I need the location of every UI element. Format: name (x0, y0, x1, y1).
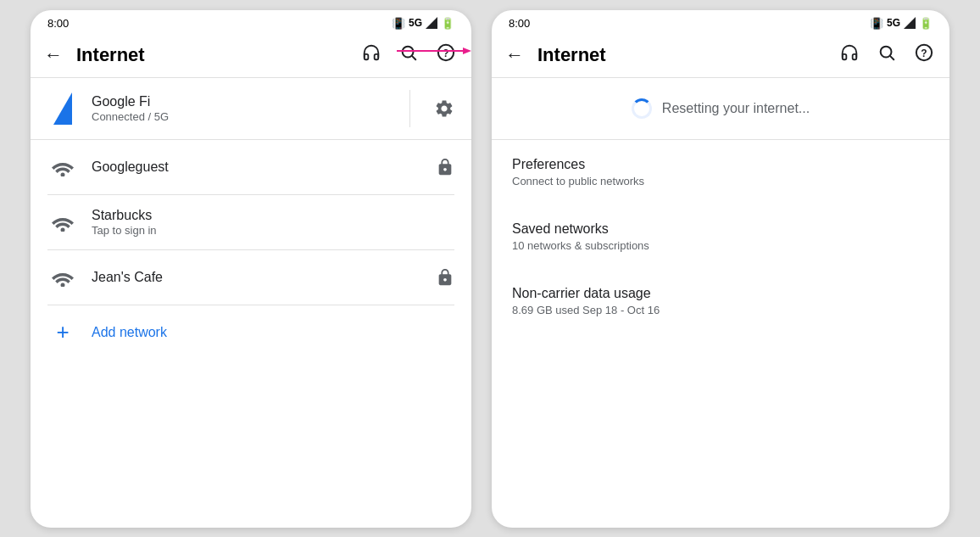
list-item[interactable]: Googleguest (31, 140, 471, 194)
add-network-label: Add network (92, 325, 167, 340)
left-app-bar: ← Internet (31, 33, 471, 77)
saved-networks-title: Saved networks (512, 221, 929, 237)
jeanscafe-lock-icon (436, 268, 454, 287)
add-network-button[interactable]: + Add network (31, 305, 471, 360)
svg-point-7 (61, 172, 65, 176)
resetting-text: Resetting your internet... (662, 101, 810, 116)
preferences-item[interactable]: Preferences Connect to public networks (492, 140, 949, 204)
wifi-icon-starbucks (47, 207, 78, 238)
jeanscafe-name: Jean's Cafe (92, 270, 422, 285)
googleguest-name: Googleguest (92, 159, 422, 175)
starbucks-info: Starbucks Tap to sign in (92, 208, 454, 237)
right-app-bar-icons: ? (834, 40, 939, 70)
right-signal-strength-icon (904, 17, 916, 29)
left-time: 8:00 (47, 17, 69, 30)
google-fi-icon (47, 93, 78, 124)
starbucks-sub: Tap to sign in (92, 224, 454, 237)
svg-line-12 (890, 56, 894, 59)
starbucks-name: Starbucks (92, 208, 454, 223)
preferences-title: Preferences (512, 157, 929, 172)
right-app-bar: ← Internet (492, 33, 949, 77)
svg-marker-10 (904, 17, 916, 29)
googleguest-info: Googleguest (92, 159, 422, 175)
saved-networks-sub: 10 networks & subscriptions (512, 239, 929, 252)
right-help-icon: ? (915, 43, 933, 66)
right-back-button[interactable]: ← (502, 41, 527, 70)
wifi-icon-jeanscafe (47, 262, 78, 293)
right-help-button[interactable]: ? (909, 40, 939, 70)
right-time: 8:00 (509, 17, 530, 30)
network-list: Googleguest (31, 140, 471, 360)
google-fi-name: Google Fi (92, 94, 396, 109)
vertical-divider (409, 90, 410, 127)
saved-networks-item[interactable]: Saved networks 10 networks & subscriptio… (492, 204, 949, 269)
list-item[interactable]: Starbucks Tap to sign in (31, 195, 471, 249)
signal-strength-icon (426, 17, 437, 29)
loading-spinner (632, 98, 652, 119)
list-item[interactable]: Jean's Cafe (31, 250, 471, 305)
svg-point-9 (61, 282, 65, 287)
data-usage-title: Non-carrier data usage (512, 286, 929, 301)
google-fi-status: Connected / 5G (92, 110, 396, 123)
wifi-icon-googleguest (47, 152, 78, 182)
data-usage-sub: 8.69 GB used Sep 18 - Oct 16 (512, 304, 929, 316)
connected-network-item[interactable]: Google Fi Connected / 5G (31, 78, 471, 139)
right-battery-icon: 🔋 (919, 17, 933, 30)
headphone-icon (362, 43, 381, 66)
vibrate-icon: 📳 (392, 17, 405, 30)
right-page-title: Internet (537, 44, 827, 66)
data-usage-item[interactable]: Non-carrier data usage 8.69 GB used Sep … (492, 269, 949, 333)
right-signal-label: 5G (887, 17, 900, 29)
svg-marker-6 (463, 48, 471, 54)
left-status-bar: 8:00 📳 5G 🔋 (31, 10, 471, 33)
jeanscafe-info: Jean's Cafe (92, 270, 422, 285)
left-phone: 8:00 📳 5G 🔋 ← Internet (31, 10, 471, 528)
arrow-annotation (397, 45, 471, 57)
googleguest-lock-icon (436, 158, 454, 176)
preferences-sub: Connect to public networks (512, 175, 929, 187)
right-status-bar: 8:00 📳 5G 🔋 (492, 10, 949, 33)
right-status-icons: 📳 5G 🔋 (870, 17, 933, 30)
google-fi-info: Google Fi Connected / 5G (92, 94, 396, 123)
right-search-button[interactable] (871, 40, 902, 70)
right-menu-list: Preferences Connect to public networks S… (492, 140, 949, 333)
battery-icon: 🔋 (441, 17, 454, 30)
left-page-title: Internet (76, 44, 349, 66)
resetting-section: Resetting your internet... (492, 78, 949, 139)
right-search-icon (877, 43, 896, 66)
right-phone: 8:00 📳 5G 🔋 ← Internet (492, 10, 949, 528)
add-icon: + (47, 317, 78, 348)
svg-text:?: ? (921, 48, 927, 59)
left-back-button[interactable]: ← (41, 41, 66, 70)
svg-marker-0 (426, 17, 437, 29)
right-headphone-icon (840, 43, 859, 66)
signal-label: 5G (409, 17, 422, 29)
google-fi-settings-button[interactable] (434, 98, 454, 119)
left-status-icons: 📳 5G 🔋 (392, 17, 454, 30)
left-headphone-button[interactable] (356, 40, 387, 70)
right-headphone-button[interactable] (834, 40, 865, 70)
svg-point-8 (61, 227, 65, 232)
right-vibrate-icon: 📳 (870, 17, 883, 30)
svg-line-2 (412, 56, 415, 59)
